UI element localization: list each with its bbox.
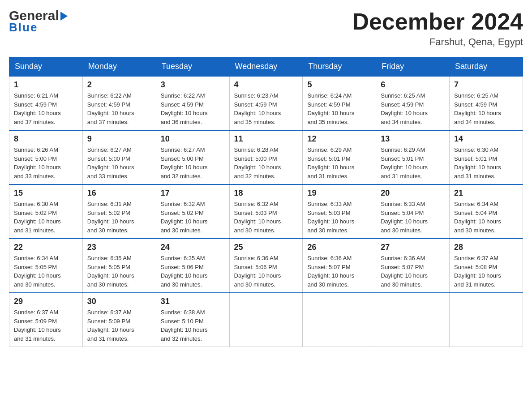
day-info: Sunrise: 6:24 AMSunset: 4:59 PMDaylight:…	[307, 91, 371, 126]
calendar-cell: 29 Sunrise: 6:37 AMSunset: 5:09 PMDaylig…	[9, 293, 83, 347]
calendar-cell: 16 Sunrise: 6:31 AMSunset: 5:02 PMDaylig…	[82, 184, 156, 239]
day-number: 16	[87, 188, 151, 198]
day-number: 6	[381, 80, 445, 90]
day-number: 8	[14, 134, 78, 144]
day-number: 1	[14, 80, 78, 90]
page-header: General Blue December 2024 Farshut, Qena…	[9, 9, 523, 48]
calendar-cell: 24 Sunrise: 6:35 AMSunset: 5:06 PMDaylig…	[156, 239, 229, 293]
calendar-cell: 11 Sunrise: 6:28 AMSunset: 5:00 PMDaylig…	[229, 130, 303, 184]
calendar-cell: 1 Sunrise: 6:21 AMSunset: 4:59 PMDayligh…	[9, 76, 83, 130]
day-info: Sunrise: 6:28 AMSunset: 5:00 PMDaylight:…	[234, 146, 298, 180]
day-number: 28	[454, 243, 518, 252]
day-number: 29	[14, 297, 78, 306]
day-number: 3	[161, 80, 225, 90]
day-number: 15	[14, 188, 78, 198]
calendar-week-row: 22 Sunrise: 6:34 AMSunset: 5:05 PMDaylig…	[9, 239, 523, 293]
day-info: Sunrise: 6:34 AMSunset: 5:04 PMDaylight:…	[454, 200, 518, 235]
calendar-cell: 15 Sunrise: 6:30 AMSunset: 5:02 PMDaylig…	[9, 184, 83, 239]
day-number: 17	[161, 188, 225, 198]
day-info: Sunrise: 6:23 AMSunset: 4:59 PMDaylight:…	[234, 91, 298, 126]
day-info: Sunrise: 6:22 AMSunset: 4:59 PMDaylight:…	[161, 91, 225, 126]
day-number: 4	[234, 80, 298, 90]
day-number: 10	[161, 134, 225, 144]
day-number: 21	[454, 188, 518, 198]
calendar-cell: 25 Sunrise: 6:36 AMSunset: 5:06 PMDaylig…	[229, 239, 303, 293]
day-number: 20	[381, 188, 445, 198]
day-number: 13	[381, 134, 445, 144]
calendar-cell	[376, 293, 450, 347]
header-friday: Friday	[376, 57, 450, 77]
day-info: Sunrise: 6:33 AMSunset: 5:04 PMDaylight:…	[381, 200, 445, 235]
calendar-cell: 19 Sunrise: 6:33 AMSunset: 5:03 PMDaylig…	[303, 184, 376, 239]
day-info: Sunrise: 6:22 AMSunset: 4:59 PMDaylight:…	[87, 91, 151, 126]
calendar-cell: 18 Sunrise: 6:32 AMSunset: 5:03 PMDaylig…	[229, 184, 303, 239]
day-info: Sunrise: 6:36 AMSunset: 5:07 PMDaylight:…	[307, 254, 371, 289]
day-number: 22	[14, 243, 78, 252]
day-info: Sunrise: 6:33 AMSunset: 5:03 PMDaylight:…	[307, 200, 371, 235]
header-thursday: Thursday	[303, 57, 376, 77]
day-info: Sunrise: 6:31 AMSunset: 5:02 PMDaylight:…	[87, 200, 151, 235]
header-tuesday: Tuesday	[156, 57, 229, 77]
day-number: 14	[454, 134, 518, 144]
calendar-cell: 10 Sunrise: 6:27 AMSunset: 5:00 PMDaylig…	[156, 130, 229, 184]
day-info: Sunrise: 6:32 AMSunset: 5:03 PMDaylight:…	[234, 200, 298, 235]
calendar-table: SundayMondayTuesdayWednesdayThursdayFrid…	[9, 57, 523, 347]
day-info: Sunrise: 6:32 AMSunset: 5:02 PMDaylight:…	[161, 200, 225, 235]
calendar-cell	[450, 293, 523, 347]
day-info: Sunrise: 6:27 AMSunset: 5:00 PMDaylight:…	[161, 146, 225, 180]
day-info: Sunrise: 6:36 AMSunset: 5:07 PMDaylight:…	[381, 254, 445, 289]
day-info: Sunrise: 6:37 AMSunset: 5:09 PMDaylight:…	[87, 308, 151, 343]
calendar-cell: 7 Sunrise: 6:25 AMSunset: 4:59 PMDayligh…	[450, 76, 523, 130]
calendar-week-row: 29 Sunrise: 6:37 AMSunset: 5:09 PMDaylig…	[9, 293, 523, 347]
day-info: Sunrise: 6:37 AMSunset: 5:08 PMDaylight:…	[454, 254, 518, 289]
day-number: 2	[87, 80, 151, 90]
logo-arrow-icon	[60, 12, 68, 21]
month-year-title: December 2024	[352, 9, 523, 34]
header-sunday: Sunday	[9, 57, 83, 77]
calendar-cell: 28 Sunrise: 6:37 AMSunset: 5:08 PMDaylig…	[450, 239, 523, 293]
day-number: 7	[454, 80, 518, 90]
day-info: Sunrise: 6:27 AMSunset: 5:00 PMDaylight:…	[87, 146, 151, 180]
day-info: Sunrise: 6:26 AMSunset: 5:00 PMDaylight:…	[14, 146, 78, 180]
calendar-cell: 17 Sunrise: 6:32 AMSunset: 5:02 PMDaylig…	[156, 184, 229, 239]
day-info: Sunrise: 6:21 AMSunset: 4:59 PMDaylight:…	[14, 91, 78, 126]
day-info: Sunrise: 6:36 AMSunset: 5:06 PMDaylight:…	[234, 254, 298, 289]
day-info: Sunrise: 6:37 AMSunset: 5:09 PMDaylight:…	[14, 308, 78, 343]
header-saturday: Saturday	[450, 57, 523, 77]
logo-blue: Blue	[9, 21, 38, 34]
calendar-cell: 31 Sunrise: 6:38 AMSunset: 5:10 PMDaylig…	[156, 293, 229, 347]
day-info: Sunrise: 6:25 AMSunset: 4:59 PMDaylight:…	[381, 91, 445, 126]
calendar-cell: 9 Sunrise: 6:27 AMSunset: 5:00 PMDayligh…	[82, 130, 156, 184]
day-number: 5	[307, 80, 371, 90]
title-section: December 2024 Farshut, Qena, Egypt	[352, 9, 523, 48]
calendar-week-row: 15 Sunrise: 6:30 AMSunset: 5:02 PMDaylig…	[9, 184, 523, 239]
day-info: Sunrise: 6:35 AMSunset: 5:05 PMDaylight:…	[87, 254, 151, 289]
day-info: Sunrise: 6:35 AMSunset: 5:06 PMDaylight:…	[161, 254, 225, 289]
calendar-cell: 21 Sunrise: 6:34 AMSunset: 5:04 PMDaylig…	[450, 184, 523, 239]
day-number: 31	[161, 297, 225, 306]
logo: General Blue	[9, 9, 68, 34]
day-info: Sunrise: 6:34 AMSunset: 5:05 PMDaylight:…	[14, 254, 78, 289]
calendar-header-row: SundayMondayTuesdayWednesdayThursdayFrid…	[9, 57, 523, 77]
day-number: 11	[234, 134, 298, 144]
calendar-cell: 20 Sunrise: 6:33 AMSunset: 5:04 PMDaylig…	[376, 184, 450, 239]
calendar-cell	[303, 293, 376, 347]
header-wednesday: Wednesday	[229, 57, 303, 77]
day-info: Sunrise: 6:38 AMSunset: 5:10 PMDaylight:…	[161, 308, 225, 343]
calendar-cell: 13 Sunrise: 6:29 AMSunset: 5:01 PMDaylig…	[376, 130, 450, 184]
location-title: Farshut, Qena, Egypt	[352, 36, 523, 48]
calendar-cell: 2 Sunrise: 6:22 AMSunset: 4:59 PMDayligh…	[82, 76, 156, 130]
calendar-cell: 4 Sunrise: 6:23 AMSunset: 4:59 PMDayligh…	[229, 76, 303, 130]
day-number: 23	[87, 243, 151, 252]
day-number: 19	[307, 188, 371, 198]
calendar-cell: 14 Sunrise: 6:30 AMSunset: 5:01 PMDaylig…	[450, 130, 523, 184]
calendar-cell: 8 Sunrise: 6:26 AMSunset: 5:00 PMDayligh…	[9, 130, 83, 184]
day-info: Sunrise: 6:30 AMSunset: 5:02 PMDaylight:…	[14, 200, 78, 235]
day-info: Sunrise: 6:29 AMSunset: 5:01 PMDaylight:…	[381, 146, 445, 180]
day-number: 24	[161, 243, 225, 252]
day-number: 25	[234, 243, 298, 252]
calendar-cell: 12 Sunrise: 6:29 AMSunset: 5:01 PMDaylig…	[303, 130, 376, 184]
calendar-cell: 22 Sunrise: 6:34 AMSunset: 5:05 PMDaylig…	[9, 239, 83, 293]
calendar-cell: 6 Sunrise: 6:25 AMSunset: 4:59 PMDayligh…	[376, 76, 450, 130]
calendar-cell: 23 Sunrise: 6:35 AMSunset: 5:05 PMDaylig…	[82, 239, 156, 293]
